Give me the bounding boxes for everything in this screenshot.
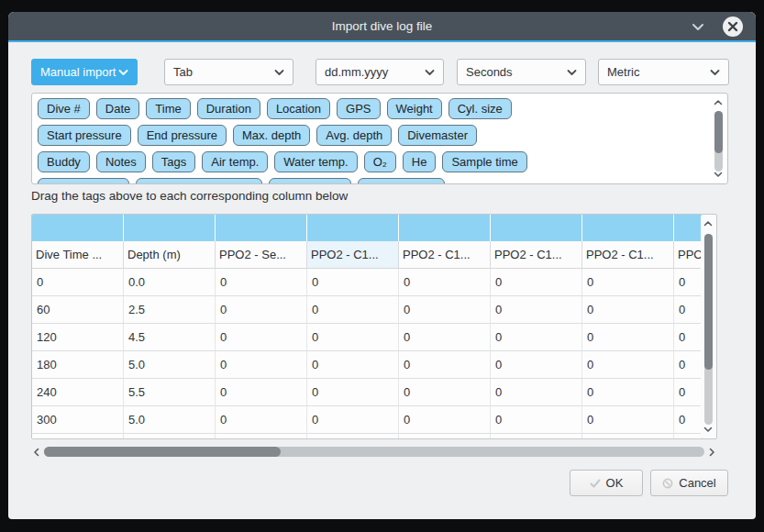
tag-tags[interactable]: Tags xyxy=(152,151,195,172)
drop-target-cell[interactable] xyxy=(491,215,582,241)
tag-dive[interactable]: Dive # xyxy=(38,98,90,119)
drop-target-cell[interactable] xyxy=(307,215,399,241)
drop-target-cell[interactable] xyxy=(674,215,703,241)
titlebar[interactable]: Import dive log file xyxy=(8,12,756,40)
drop-target-cell[interactable] xyxy=(32,215,124,241)
table-cell: 2.5 xyxy=(124,296,216,324)
table-cell: 60 xyxy=(32,296,124,324)
tag-gps[interactable]: GPS xyxy=(337,98,380,119)
table-cell: 0 xyxy=(399,379,491,406)
tag-location[interactable]: Location xyxy=(267,98,330,119)
tag-duration[interactable]: Duration xyxy=(197,98,260,119)
table-cell: 300 xyxy=(32,406,124,434)
table-cell xyxy=(582,434,674,439)
tag-avg-depth[interactable]: Avg. depth xyxy=(316,125,392,146)
tag-sample-depth[interactable]: Sample depth xyxy=(38,178,129,184)
scroll-down-icon[interactable] xyxy=(703,426,713,433)
scroll-left-icon[interactable] xyxy=(33,448,40,457)
table-cell: 0 xyxy=(399,296,491,324)
date-format-combo[interactable]: dd.mm.yyyy xyxy=(316,59,444,85)
chevron-down-icon xyxy=(567,69,577,76)
drop-target-cell[interactable] xyxy=(399,215,491,241)
table-cell: 0 xyxy=(216,324,307,351)
drop-target-cell[interactable] xyxy=(582,215,674,241)
combo-label: Tab xyxy=(173,65,193,79)
tag-start-pressure[interactable]: Start pressure xyxy=(38,125,131,146)
table-cell: 0 xyxy=(674,406,703,434)
drop-target-cell[interactable] xyxy=(216,215,307,241)
tag-sample-time[interactable]: Sample time xyxy=(442,151,526,172)
table-cell: 5.0 xyxy=(124,351,216,379)
chevron-down-icon xyxy=(118,69,128,76)
table-cell: 0.0 xyxy=(124,269,216,296)
combo-label: Metric xyxy=(607,65,639,79)
cancel-icon xyxy=(662,478,673,489)
table-cell: 0 xyxy=(399,269,491,296)
table-cell: 0 xyxy=(582,406,674,434)
drop-target-cell[interactable] xyxy=(124,215,216,241)
ok-button-label: OK xyxy=(606,476,624,490)
column-header: PPO2 - C1... xyxy=(399,241,491,269)
h-scrollbar-thumb[interactable] xyxy=(44,447,281,457)
table-cell: 0 xyxy=(491,296,582,324)
table-cell: 5.5 xyxy=(124,379,216,406)
tag-divemaster[interactable]: Divemaster xyxy=(398,125,477,146)
tags-vertical-scrollbar[interactable] xyxy=(711,95,725,182)
tag-weight[interactable]: Weight xyxy=(387,98,442,119)
tag-o[interactable]: O₂ xyxy=(364,151,396,172)
table-cell: 0 xyxy=(307,406,399,434)
tag-max-depth[interactable]: Max. depth xyxy=(233,125,310,146)
table-row: 1805.0000000 xyxy=(32,351,703,379)
scroll-down-icon[interactable] xyxy=(714,171,723,178)
cancel-button[interactable]: Cancel xyxy=(650,470,728,496)
tag-end-pressure[interactable]: End pressure xyxy=(138,125,227,146)
tag-cyl-size[interactable]: Cyl. size xyxy=(448,98,512,119)
table-cell: 0 xyxy=(674,379,703,406)
close-button[interactable] xyxy=(723,17,743,37)
import-type-combo[interactable]: Manual import xyxy=(31,59,138,85)
tag-air-temp[interactable]: Air temp. xyxy=(202,151,268,172)
units-combo[interactable]: Metric xyxy=(598,59,729,85)
tag-sample-po[interactable]: Sample pO₂ xyxy=(269,178,351,184)
table-vertical-scrollbar[interactable] xyxy=(701,216,715,438)
tag-date[interactable]: Date xyxy=(96,98,139,119)
tag-notes[interactable]: Notes xyxy=(96,151,146,172)
table-cell: 0 xyxy=(582,324,674,351)
table-row: 3005.0000000 xyxy=(32,406,703,434)
shade-button[interactable] xyxy=(688,18,708,35)
scroll-right-icon[interactable] xyxy=(708,448,715,457)
field-separator-combo[interactable]: Tab xyxy=(164,59,293,85)
combo-label: Seconds xyxy=(466,65,513,79)
table-cell: 0 xyxy=(216,296,307,324)
column-header: PPO2 - C1... xyxy=(582,241,674,269)
table-cell: 0 xyxy=(307,379,399,406)
column-header: Dive Time ... xyxy=(32,241,124,269)
tag-time[interactable]: Time xyxy=(146,98,190,119)
column-drop-band xyxy=(32,215,703,241)
tag-he[interactable]: He xyxy=(403,151,437,172)
table-cell: 0 xyxy=(674,269,703,296)
table-cell: 0 xyxy=(307,296,399,324)
import-dive-log-dialog: Import dive log file Manual import Tab d… xyxy=(8,12,756,519)
table-cell: 0 xyxy=(216,269,307,296)
table-scrollbar-thumb[interactable] xyxy=(704,234,713,370)
tag-buddy[interactable]: Buddy xyxy=(38,151,90,172)
duration-format-combo[interactable]: Seconds xyxy=(457,59,586,85)
combo-label: Manual import xyxy=(40,65,116,79)
table-cell: 0 xyxy=(32,269,124,296)
table-horizontal-scrollbar[interactable] xyxy=(31,445,717,459)
column-header: PPO2 - C1... xyxy=(491,241,582,269)
ok-button[interactable]: OK xyxy=(570,470,643,496)
tag-water-temp[interactable]: Water temp. xyxy=(274,151,357,172)
table-header-row: Dive Time ...Depth (m)PPO2 - Se...PPO2 -… xyxy=(32,241,703,269)
scroll-up-icon[interactable] xyxy=(703,220,713,227)
tag-sample-temperature[interactable]: Sample temperature xyxy=(136,178,262,184)
table-cell: 0 xyxy=(307,269,399,296)
tags-scrollbar-thumb[interactable] xyxy=(714,111,723,153)
tag-sample-cns[interactable]: Sample CNS xyxy=(358,178,445,184)
scroll-up-icon[interactable] xyxy=(714,99,723,106)
chevron-down-icon xyxy=(274,69,284,76)
table-cell: 0 xyxy=(399,324,491,351)
table-cell: 0 xyxy=(399,351,491,379)
column-header: PPO2 - Se... xyxy=(216,241,307,269)
